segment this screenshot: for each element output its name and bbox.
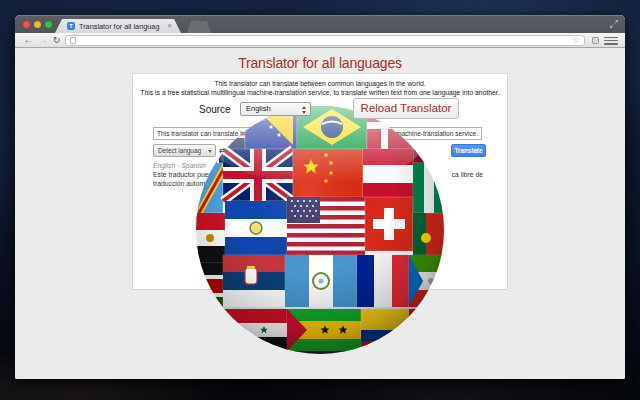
tab-close-icon[interactable]: × xyxy=(167,22,172,30)
tab-title: Translator for all languag xyxy=(79,22,163,31)
zoom-window-button[interactable] xyxy=(45,21,52,28)
tab-favicon-icon: T xyxy=(67,22,75,30)
reload-translator-button[interactable]: Reload Translator xyxy=(353,98,459,119)
tab-bar: T Translator for all languag × xyxy=(15,15,625,33)
fullscreen-icon[interactable] xyxy=(609,19,619,29)
browser-window: T Translator for all languag × ← → ↻ ☆ T… xyxy=(15,15,625,379)
forward-button[interactable]: → xyxy=(36,33,49,47)
page-icon xyxy=(70,37,76,45)
flag-uae xyxy=(409,309,445,355)
source-language-select[interactable]: English xyxy=(240,102,311,116)
desktop: { "browser": { "window_controls": { "clo… xyxy=(0,0,640,400)
address-bar[interactable]: ☆ xyxy=(65,35,585,46)
page-content: Translator for all languages This transl… xyxy=(15,48,625,379)
description-line-1: This translator can translate between co… xyxy=(133,80,507,87)
browser-toolbar: ← → ↻ ☆ xyxy=(15,33,625,48)
flag-globe-image xyxy=(195,105,445,355)
close-window-button[interactable] xyxy=(23,21,30,28)
reload-button[interactable]: ↻ xyxy=(50,33,63,47)
translate-button[interactable]: Translate xyxy=(451,144,486,157)
minimize-window-button[interactable] xyxy=(34,21,41,28)
select-stepper-icon xyxy=(300,106,308,114)
page-title: Translator for all languages xyxy=(15,55,625,71)
source-row: Source English Reload Translator xyxy=(133,100,507,120)
chrome-menu-icon[interactable] xyxy=(604,37,618,45)
description-line-2: This is a free statistical multilingual … xyxy=(133,89,507,96)
bookmark-star-icon[interactable]: ☆ xyxy=(572,36,580,45)
source-label: Source xyxy=(199,104,231,115)
flag-ukraine xyxy=(195,309,219,351)
extension-action-icon[interactable] xyxy=(592,37,599,44)
new-tab-button[interactable] xyxy=(187,21,211,33)
back-button[interactable]: ← xyxy=(22,33,35,47)
browser-tab[interactable]: T Translator for all languag × xyxy=(55,19,181,33)
